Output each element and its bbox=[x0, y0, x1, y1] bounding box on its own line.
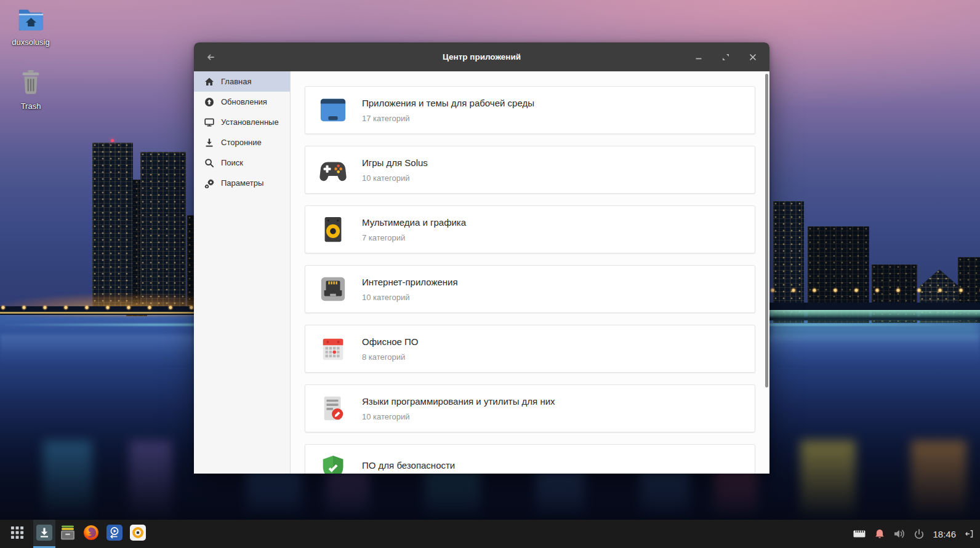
desktop-theme-icon bbox=[319, 96, 347, 124]
category-card-office[interactable]: Офисное ПО 8 категорий bbox=[305, 325, 755, 373]
bridge bbox=[769, 310, 980, 320]
category-count: 17 категорий bbox=[362, 114, 534, 123]
water-reflection bbox=[43, 440, 92, 520]
sidebar-item-label: Параметры bbox=[221, 178, 263, 188]
task-file-manager[interactable] bbox=[57, 520, 79, 548]
speaker-icon bbox=[319, 215, 347, 244]
search-icon bbox=[204, 158, 214, 168]
bridge-reflection bbox=[769, 320, 980, 338]
category-card-internet[interactable]: Интернет-приложения 10 категорий bbox=[305, 265, 755, 313]
sidebar-item-installed[interactable]: Установленные bbox=[194, 112, 290, 132]
desktop-icon-home-folder[interactable]: duxsolusig bbox=[1, 6, 60, 47]
firefox-icon bbox=[83, 525, 99, 543]
close-button[interactable] bbox=[746, 50, 760, 64]
sidebar-item-third-party[interactable]: Сторонние bbox=[194, 132, 290, 153]
water-reflection bbox=[911, 440, 966, 520]
sidebar-item-label: Поиск bbox=[221, 158, 243, 167]
category-title: Мультимедиа и графика bbox=[362, 217, 466, 228]
app-menu-button[interactable] bbox=[6, 520, 28, 548]
minimize-button[interactable] bbox=[692, 50, 705, 64]
shield-icon bbox=[319, 454, 347, 474]
dock-lights bbox=[0, 304, 197, 311]
building bbox=[140, 152, 186, 315]
clock: 18:46 bbox=[933, 529, 956, 539]
power-icon[interactable] bbox=[914, 528, 925, 539]
notification-bell-icon[interactable] bbox=[874, 528, 885, 540]
category-count: 7 категорий bbox=[362, 233, 466, 242]
ethernet-icon bbox=[319, 275, 347, 303]
menu-grid-icon bbox=[10, 526, 24, 542]
desktop-icon-label: duxsolusig bbox=[1, 38, 60, 47]
sidebar-item-updates[interactable]: Обновления bbox=[194, 92, 290, 112]
gear-icon bbox=[204, 178, 214, 188]
sidebar-item-settings[interactable]: Параметры bbox=[194, 173, 290, 193]
task-firefox[interactable] bbox=[80, 520, 102, 548]
calendar-icon bbox=[319, 335, 347, 363]
trash-icon bbox=[17, 87, 45, 98]
home-icon bbox=[204, 77, 214, 87]
category-card-programming[interactable]: Языки программирования и утилиты для них… bbox=[305, 384, 755, 432]
sidebar-item-label: Главная bbox=[221, 77, 251, 86]
category-title: Приложения и темы для рабочей среды bbox=[362, 98, 534, 108]
restore-button[interactable] bbox=[719, 50, 733, 64]
taskbar: 18:46 bbox=[0, 520, 980, 548]
horizon-light-strip bbox=[0, 312, 198, 314]
download-icon bbox=[204, 138, 214, 148]
monitor-icon bbox=[204, 117, 214, 127]
window-title: Центр приложений bbox=[194, 52, 769, 62]
tray-expander-icon[interactable] bbox=[964, 529, 974, 539]
category-count: 10 категорий bbox=[362, 293, 458, 302]
music-player-icon bbox=[130, 525, 146, 543]
category-title: Интернет-приложения bbox=[362, 277, 458, 287]
task-media-player[interactable] bbox=[103, 520, 126, 548]
category-title: ПО для безопасности bbox=[362, 460, 455, 471]
category-title: Офисное ПО bbox=[362, 336, 418, 347]
category-card-multimedia[interactable]: Мультимедиа и графика 7 категорий bbox=[305, 205, 755, 253]
volume-icon[interactable] bbox=[893, 528, 906, 539]
category-title: Игры для Solus bbox=[362, 157, 428, 168]
sidebar-item-home[interactable]: Главная bbox=[194, 71, 290, 92]
antenna-light bbox=[111, 139, 114, 142]
category-title: Языки программирования и утилиты для них bbox=[362, 396, 555, 407]
updates-icon bbox=[204, 97, 214, 107]
category-card-games[interactable]: Игры для Solus 10 категорий bbox=[305, 146, 755, 194]
software-center-icon bbox=[36, 525, 52, 543]
sidebar-item-search[interactable]: Поиск bbox=[194, 153, 290, 173]
category-count: 8 категорий bbox=[362, 352, 418, 362]
sidebar-item-label: Сторонние bbox=[221, 138, 262, 147]
software-center-window: Центр приложений Гла bbox=[194, 42, 769, 474]
category-list: Приложения и темы для рабочей среды 17 к… bbox=[291, 71, 769, 474]
desktop-icon-trash[interactable]: Trash bbox=[1, 69, 60, 111]
sidebar-item-label: Установленные bbox=[221, 117, 279, 127]
desktop-icon-label: Trash bbox=[1, 101, 60, 111]
category-count: 10 категорий bbox=[362, 173, 428, 183]
home-folder-icon bbox=[17, 23, 45, 34]
media-player-icon bbox=[106, 525, 122, 543]
street-lights bbox=[769, 287, 980, 294]
water-reflection bbox=[800, 440, 856, 520]
sidebar: Главная Обновления Установленные bbox=[194, 71, 291, 474]
category-card-desktop[interactable]: Приложения и темы для рабочей среды 17 к… bbox=[305, 86, 755, 134]
category-card-security[interactable]: ПО для безопасности bbox=[305, 444, 755, 474]
scrollbar[interactable] bbox=[765, 74, 768, 387]
water-reflection bbox=[129, 440, 172, 520]
building bbox=[92, 143, 133, 315]
gamepad-icon bbox=[319, 156, 347, 184]
desktop: duxsolusig Trash Центр приложений bbox=[0, 0, 980, 548]
file-manager-icon bbox=[60, 525, 76, 543]
titlebar[interactable]: Центр приложений bbox=[194, 42, 769, 71]
task-music-player[interactable] bbox=[127, 520, 149, 548]
network-tray-icon[interactable] bbox=[853, 529, 866, 539]
document-edit-icon bbox=[319, 394, 347, 423]
category-count: 10 категорий bbox=[362, 412, 555, 421]
task-software-center[interactable] bbox=[33, 520, 55, 548]
sidebar-item-label: Обновления bbox=[221, 97, 267, 106]
back-button[interactable] bbox=[204, 50, 217, 64]
